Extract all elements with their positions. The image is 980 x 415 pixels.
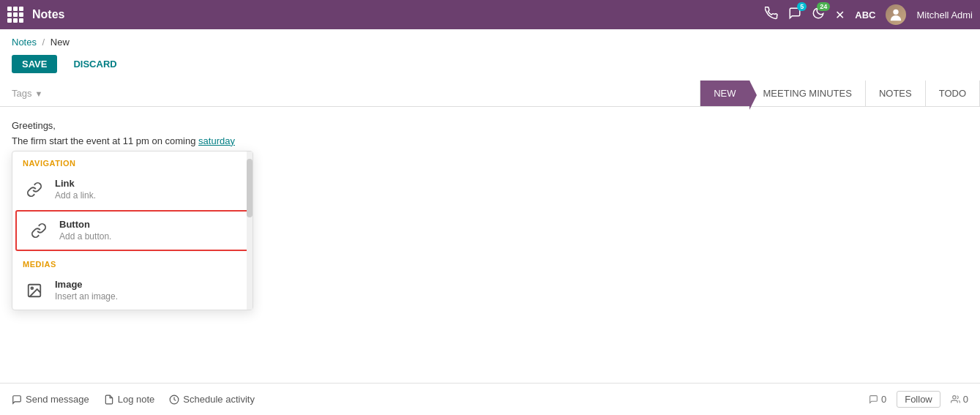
note-line2: The firm start the event at 11 pm on com… xyxy=(12,134,968,149)
image-title: Image xyxy=(55,279,118,290)
tab-new[interactable]: NEW xyxy=(700,81,749,106)
avatar[interactable] xyxy=(886,4,906,25)
schedule-activity-action[interactable]: Schedule activity xyxy=(169,394,255,405)
followers-count-value: 0 xyxy=(963,394,968,405)
followers-count: 0 xyxy=(951,394,968,405)
tab-meeting-minutes[interactable]: MEETING MINUTES xyxy=(750,81,866,106)
tags-area[interactable]: Tags ▼ xyxy=(0,81,700,106)
chat-icon[interactable]: 5 xyxy=(788,7,801,23)
discard-button[interactable]: DISCARD xyxy=(63,55,127,73)
button-icon xyxy=(27,219,51,242)
apps-icon[interactable] xyxy=(7,7,23,23)
topbar: Notes 5 24 ✕ ABC Mitchell Admi xyxy=(0,0,980,29)
comments-count: 0 xyxy=(869,394,886,405)
activity-icon[interactable]: 24 xyxy=(812,7,825,23)
log-note-label: Log note xyxy=(118,394,155,405)
send-message-action[interactable]: Send message xyxy=(12,394,89,405)
dropdown-item-image[interactable]: Image Insert an image. xyxy=(12,272,253,310)
svg-point-4 xyxy=(952,396,955,399)
chatter-bar: Send message Log note Schedule activity … xyxy=(0,383,980,415)
phone-icon[interactable] xyxy=(765,7,778,23)
breadcrumb: Notes / New xyxy=(0,29,980,51)
link-icon xyxy=(23,178,46,201)
main-content: Greetings, The firm start the event at 1… xyxy=(0,107,980,356)
image-item-text: Image Insert an image. xyxy=(55,279,118,302)
button-desc: Add a button. xyxy=(59,231,111,242)
image-desc: Insert an image. xyxy=(55,291,118,302)
link-desc: Add a link. xyxy=(55,190,96,201)
breadcrumb-separator: / xyxy=(42,37,45,48)
comments-count-value: 0 xyxy=(881,394,886,405)
tags-arrow: ▼ xyxy=(34,89,42,98)
send-message-label: Send message xyxy=(26,394,89,405)
action-bar: SAVE DISCARD xyxy=(0,51,980,81)
tags-placeholder: Tags xyxy=(12,88,31,99)
close-icon[interactable]: ✕ xyxy=(835,8,845,22)
section-label-medias: MEDIAS xyxy=(12,253,253,272)
dropdown-item-button[interactable]: Button Add a button. xyxy=(17,212,248,250)
breadcrumb-parent[interactable]: Notes xyxy=(12,37,37,48)
topbar-left: Notes xyxy=(7,7,64,23)
svg-point-0 xyxy=(894,10,899,15)
dropdown-item-button-wrapper: Button Add a button. xyxy=(15,210,250,251)
chatter-right: 0 Follow 0 xyxy=(869,391,968,408)
note-link-saturday[interactable]: saturday xyxy=(198,135,235,146)
button-title: Button xyxy=(59,219,111,230)
scroll-indicator xyxy=(247,152,253,310)
section-label-navigation: NAVIGATION xyxy=(12,152,253,171)
username: Mitchell Admi xyxy=(916,10,973,20)
tabs-bar: Tags ▼ NEW MEETING MINUTES NOTES TODO xyxy=(0,81,980,107)
button-item-text: Button Add a button. xyxy=(59,219,111,242)
activity-badge: 24 xyxy=(817,2,830,11)
schedule-activity-label: Schedule activity xyxy=(183,394,255,405)
tab-todo[interactable]: TODO xyxy=(926,81,980,106)
link-title: Link xyxy=(55,178,96,189)
scroll-thumb[interactable] xyxy=(247,159,253,217)
log-note-action[interactable]: Log note xyxy=(104,394,155,405)
note-line1: Greetings, xyxy=(12,119,968,134)
image-icon xyxy=(23,279,46,302)
breadcrumb-current: New xyxy=(51,37,70,48)
svg-point-2 xyxy=(31,287,33,289)
dropdown-item-link[interactable]: Link Add a link. xyxy=(12,171,253,209)
topbar-right: 5 24 ✕ ABC Mitchell Admi xyxy=(765,4,973,25)
save-button[interactable]: SAVE xyxy=(12,55,57,73)
tab-notes[interactable]: NOTES xyxy=(866,81,926,106)
follow-button[interactable]: Follow xyxy=(897,391,940,408)
chat-badge: 5 xyxy=(797,2,807,11)
link-item-text: Link Add a link. xyxy=(55,178,96,201)
dropdown-panel: NAVIGATION Link Add a link. xyxy=(12,151,253,310)
app-title: Notes xyxy=(32,8,64,21)
lang-indicator: ABC xyxy=(855,10,875,20)
tabs-right: NEW MEETING MINUTES NOTES TODO xyxy=(700,81,980,106)
